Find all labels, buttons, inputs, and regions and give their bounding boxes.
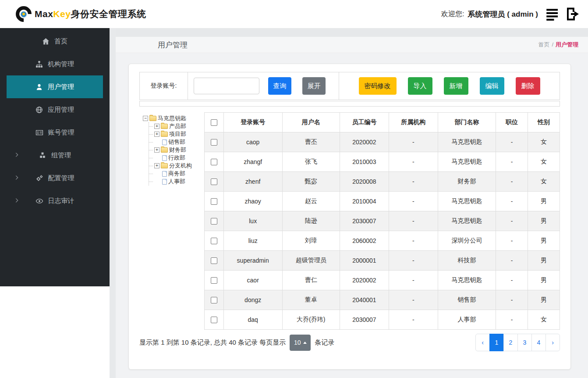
table-cell: 刘璋 (282, 231, 340, 251)
row-select-cell (205, 192, 224, 211)
brand-max: Max (35, 9, 53, 19)
page-header: 用户管理 首页/用户管理 (116, 37, 588, 53)
pager-page-4[interactable]: 4 (531, 334, 546, 351)
top-band (116, 28, 588, 37)
tree-node-row[interactable]: 人事部 (149, 178, 204, 185)
navbar-right: 欢迎您: 系统管理员 ( admin ) (441, 6, 580, 22)
table-header-row: 登录账号用户名员工编号所属机构部门名称职位性别 (205, 113, 560, 132)
import-button[interactable]: 导入 (408, 77, 432, 95)
table-cell: 深圳分公司 (438, 231, 496, 251)
table-cell: 2010003 (340, 152, 389, 172)
tree-node-row[interactable]: +产品部 (149, 122, 204, 130)
page-size-dropdown[interactable]: 10 (290, 335, 311, 351)
table-cell: zhaoy (223, 192, 282, 211)
tree-root-node[interactable]: − 马克思钥匙 (143, 114, 204, 122)
row-checkbox[interactable] (211, 218, 217, 225)
select-all-checkbox[interactable] (211, 119, 217, 126)
table-cell: 女 (528, 152, 560, 172)
table-row: daq大乔(乔玮)2030007-人事部-女 (205, 310, 560, 330)
expand-button[interactable]: 展开 (302, 77, 326, 95)
expand-plus-icon[interactable]: + (154, 147, 159, 153)
table-cell: lux (223, 211, 282, 231)
edit-button[interactable]: 编辑 (480, 77, 504, 95)
table-cell: - (389, 192, 438, 211)
row-checkbox[interactable] (211, 159, 217, 165)
login-account-input[interactable] (194, 78, 259, 94)
list-icon[interactable] (546, 7, 560, 21)
sidebar-item-audit[interactable]: 日志审计 (7, 189, 103, 212)
table-row: superadmin超级管理员2000001-科技部-男 (205, 251, 560, 271)
row-checkbox[interactable] (211, 317, 217, 323)
tree-node-row[interactable]: 行政部 (149, 154, 204, 162)
sidebar-item-config[interactable]: 配置管理 (7, 167, 103, 189)
row-checkbox[interactable] (211, 178, 217, 185)
query-button[interactable]: 查询 (268, 77, 291, 95)
sidebar-item-home[interactable]: 首页 (7, 30, 103, 53)
sidebar-item-org[interactable]: 机构管理 (7, 53, 103, 75)
table-cell: - (496, 211, 528, 231)
table-cell: 财务部 (438, 172, 496, 192)
tree-node-row[interactable]: +项目部 (149, 130, 204, 138)
pagination-row: 显示第 1 到第 10 条记录, 总共 40 条记录 每页显示 10 条记录 ‹… (139, 334, 560, 351)
password-button[interactable]: 密码修改 (359, 77, 397, 95)
chevron-right-icon (14, 197, 20, 203)
expand-plus-icon[interactable]: + (154, 124, 159, 129)
tree-node-row[interactable]: +财务部 (149, 146, 204, 154)
breadcrumb-home[interactable]: 首页 (538, 41, 549, 48)
table-cell: 男 (528, 231, 560, 251)
pager-page-2[interactable]: 2 (503, 334, 518, 351)
row-checkbox[interactable] (211, 277, 217, 284)
sidebar-item-label: 组管理 (51, 151, 71, 160)
expand-plus-icon[interactable]: + (154, 132, 159, 137)
tree-connector (149, 158, 153, 158)
tree-node: 商务部 (149, 170, 204, 178)
tree-node: 销售部 (149, 138, 204, 146)
pager-next[interactable]: › (545, 334, 560, 351)
table-cell: - (496, 271, 528, 290)
collapse-minus-icon[interactable]: − (143, 116, 148, 121)
breadcrumb-current: 用户管理 (556, 41, 578, 48)
tree-node-row[interactable]: 商务部 (149, 170, 204, 178)
add-button[interactable]: 新增 (444, 77, 468, 95)
tree-connector (149, 174, 153, 174)
sidebar-item-user[interactable]: 用户管理 (7, 75, 103, 98)
table-cell: liuz (223, 231, 282, 251)
sidebar-item-app[interactable]: 应用管理 (7, 98, 103, 121)
logout-icon[interactable] (564, 6, 580, 22)
row-checkbox[interactable] (211, 198, 217, 205)
expand-plus-icon[interactable]: + (154, 163, 159, 168)
row-checkbox[interactable] (211, 238, 217, 244)
pager-page-1[interactable]: 1 (489, 334, 504, 351)
sidebar-item-group[interactable]: 组管理 (7, 144, 103, 167)
eye-icon (35, 197, 43, 205)
table-cell: - (496, 251, 528, 271)
tree-node: +分支机构 (149, 162, 204, 170)
delete-button[interactable]: 删除 (516, 77, 540, 95)
table-cell: 人事部 (438, 310, 496, 330)
folder-icon (161, 147, 168, 153)
brand: MaxKey身份安全管理系统 (16, 6, 146, 22)
row-checkbox[interactable] (211, 139, 217, 146)
tree-node-row[interactable]: 销售部 (149, 138, 204, 146)
user-table-wrap: 登录账号用户名员工编号所属机构部门名称职位性别 caop曹丕2020002-马克… (204, 112, 560, 330)
pager-prev[interactable]: ‹ (475, 334, 490, 351)
tree-node-row[interactable]: +分支机构 (149, 162, 204, 170)
sidebar-item-account[interactable]: 账号管理 (7, 121, 103, 144)
row-select-cell (205, 310, 224, 330)
table-row: caor曹仁2020002-马克思钥匙-男 (205, 271, 560, 290)
row-checkbox[interactable] (211, 257, 217, 264)
table-cell: - (496, 310, 528, 330)
content-card: 登录账号: 查询 展开 密码修改导入新增编辑删除 − 马克思钥匙 + (128, 64, 571, 370)
tree-node-label: 行政部 (168, 154, 185, 162)
column-header: 部门名称 (438, 113, 496, 132)
table-cell: - (389, 211, 438, 231)
pager: ‹1234› (475, 334, 560, 351)
sidebar-item-label: 首页 (54, 37, 67, 46)
table-row: lux陆逊2030007-马克思钥匙-男 (205, 211, 560, 231)
pagination-info-after: 条记录 (315, 339, 334, 347)
pagination-info: 显示第 1 到第 10 条记录, 总共 40 条记录 每页显示 10 条记录 (139, 335, 334, 351)
globe-icon (35, 106, 43, 114)
pager-page-3[interactable]: 3 (517, 334, 532, 351)
table-cell: - (496, 172, 528, 192)
row-checkbox[interactable] (211, 297, 217, 303)
